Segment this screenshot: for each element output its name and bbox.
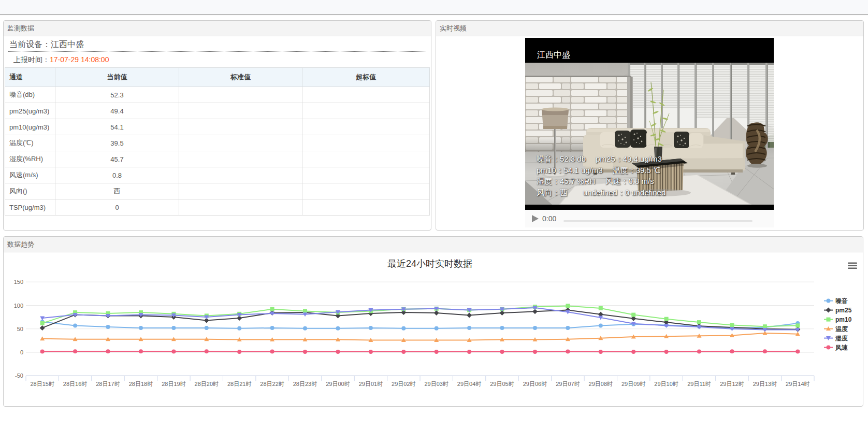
svg-text:最近24小时实时数据: 最近24小时实时数据	[387, 259, 472, 269]
svg-text:29日02时: 29日02时	[392, 381, 415, 387]
svg-text:28日15时: 28日15时	[30, 381, 54, 387]
svg-text:28日16时: 28日16时	[63, 381, 87, 387]
svg-text:28日17时: 28日17时	[96, 381, 120, 387]
svg-text:29日04时: 29日04时	[457, 381, 481, 387]
svg-text:29日00时: 29日00时	[326, 381, 350, 387]
svg-text:29日03时: 29日03时	[424, 381, 448, 387]
svg-text:湿度: 湿度	[835, 335, 848, 342]
svg-text:28日23时: 28日23时	[293, 381, 317, 387]
svg-text:28日20时: 28日20时	[195, 381, 219, 387]
svg-text:29日01时: 29日01时	[359, 381, 383, 387]
svg-text:温度: 温度	[835, 325, 848, 333]
svg-text:29日05时: 29日05时	[490, 381, 514, 387]
svg-text:50: 50	[17, 326, 23, 332]
svg-text:29日07时: 29日07时	[556, 381, 580, 387]
svg-text:29日09时: 29日09时	[621, 381, 645, 387]
svg-text:29日10时: 29日10时	[654, 381, 678, 387]
svg-text:噪音: 噪音	[835, 297, 848, 305]
svg-text:150: 150	[14, 279, 23, 285]
svg-text:29日12时: 29日12时	[720, 381, 744, 387]
svg-text:风速: 风速	[835, 344, 848, 351]
svg-text:29日08时: 29日08时	[589, 381, 613, 387]
svg-text:28日21时: 28日21时	[227, 381, 251, 387]
svg-text:100: 100	[14, 303, 23, 309]
svg-text:29日13时: 29日13时	[753, 381, 777, 387]
svg-text:28日18时: 28日18时	[129, 381, 153, 387]
svg-text:pm10: pm10	[835, 316, 852, 323]
svg-text:pm25: pm25	[835, 307, 852, 314]
svg-text:29日06时: 29日06时	[523, 381, 547, 387]
svg-text:29日14时: 29日14时	[786, 381, 809, 387]
svg-text:-50: -50	[15, 372, 23, 379]
svg-text:28日22时: 28日22时	[260, 381, 284, 387]
svg-text:0: 0	[20, 349, 23, 355]
svg-text:28日19时: 28日19时	[162, 381, 185, 387]
svg-text:29日11时: 29日11时	[687, 381, 711, 387]
